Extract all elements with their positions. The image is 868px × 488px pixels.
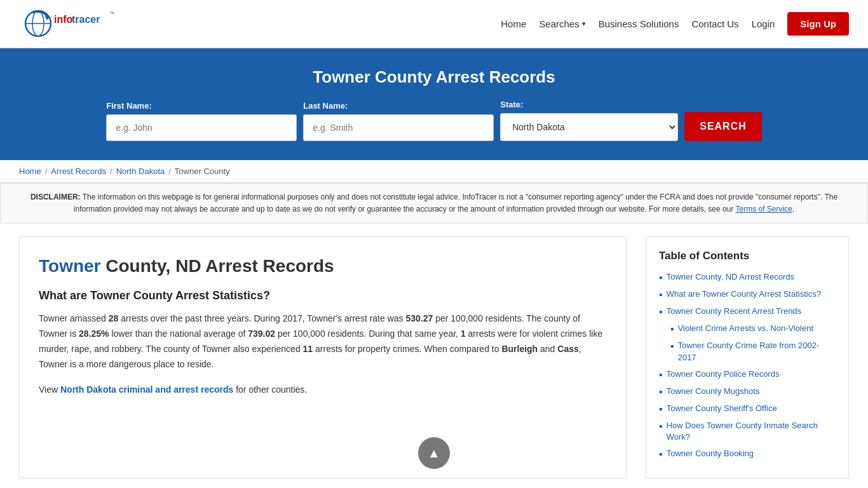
terms-of-service-link[interactable]: Terms of Service — [736, 205, 792, 214]
logo-svg: info tracer ™ — [19, 6, 121, 41]
svg-text:tracer: tracer — [72, 14, 100, 25]
toc-list-item: Towner County Crime Rate from 2002-2017 — [659, 340, 836, 363]
disclaimer-label: DISCLAIMER: — [31, 193, 81, 201]
state-select[interactable]: Alabama Alaska Arizona Arkansas Californ… — [500, 113, 678, 141]
table-of-contents: Table of Contents Towner County, ND Arre… — [646, 236, 849, 478]
toc-item-link[interactable]: Towner County Mugshots — [667, 386, 760, 397]
breadcrumb-home[interactable]: Home — [19, 166, 41, 176]
toc-list-item: Towner County Mugshots — [659, 386, 836, 398]
nav-business-solutions[interactable]: Business Solutions — [599, 18, 679, 29]
toc-item-link[interactable]: Towner County Recent Arrest Trends — [667, 306, 801, 317]
nav-login[interactable]: Login — [752, 18, 775, 29]
breadcrumb-sep3: / — [168, 166, 171, 176]
state-group: State: Alabama Alaska Arizona Arkansas C… — [500, 100, 678, 141]
nav-contact-us[interactable]: Contact Us — [691, 18, 738, 29]
site-header: info tracer ™ Home Searches ▾ Business S… — [0, 0, 868, 48]
breadcrumb-towner-county: Towner County — [175, 166, 230, 176]
breadcrumb-arrest-records[interactable]: Arrest Records — [51, 166, 106, 176]
article-section: Towner County, ND Arrest Records What ar… — [19, 236, 627, 478]
toc-item-link[interactable]: How Does Towner County Inmate Search Wor… — [667, 420, 836, 443]
svg-text:™: ™ — [109, 11, 114, 17]
toc-list-item: How Does Towner County Inmate Search Wor… — [659, 420, 836, 443]
section1-heading: What are Towner County Arrest Statistics… — [39, 289, 607, 302]
logo-area: info tracer ™ — [19, 6, 121, 41]
toc-list-item: Towner County Recent Arrest Trends — [659, 306, 836, 318]
sidebar: Table of Contents Towner County, ND Arre… — [646, 236, 849, 478]
last-name-group: Last Name: — [303, 101, 494, 141]
section1-paragraph2: View North Dakota criminal and arrest re… — [39, 383, 607, 398]
nd-records-link[interactable]: North Dakota criminal and arrest records — [60, 384, 233, 395]
svg-text:info: info — [54, 14, 73, 25]
nav-home[interactable]: Home — [501, 18, 526, 29]
toc-list-item: Towner County Sheriff's Office — [659, 403, 836, 415]
toc-list-item: Towner County, ND Arrest Records — [659, 271, 836, 283]
last-name-input[interactable] — [303, 114, 494, 141]
breadcrumb: Home / Arrest Records / North Dakota / T… — [0, 160, 868, 183]
first-name-input[interactable] — [106, 114, 297, 141]
article-title-highlight: Towner — [39, 256, 100, 276]
hero-section: Towner County Arrest Records First Name:… — [0, 48, 868, 160]
first-name-label: First Name: — [106, 101, 152, 111]
toc-list-item: Violent Crime Arrests vs. Non-Violent — [659, 323, 836, 335]
toc-heading: Table of Contents — [659, 250, 836, 262]
toc-item-link[interactable]: Violent Crime Arrests vs. Non-Violent — [678, 323, 813, 334]
article-title: Towner County, ND Arrest Records — [39, 256, 607, 276]
breadcrumb-north-dakota[interactable]: North Dakota — [116, 166, 165, 176]
chevron-down-icon: ▾ — [582, 20, 586, 28]
first-name-group: First Name: — [106, 101, 297, 141]
main-nav: Home Searches ▾ Business Solutions Conta… — [501, 12, 849, 36]
signup-button[interactable]: Sign Up — [787, 12, 849, 36]
toc-list-item: Towner County Booking — [659, 448, 836, 460]
toc-item-link[interactable]: Towner County Booking — [667, 448, 754, 459]
toc-list-item: What are Towner County Arrest Statistics… — [659, 288, 836, 301]
toc-item-link[interactable]: Towner County, ND Arrest Records — [667, 271, 794, 283]
toc-item-link[interactable]: Towner County Police Records — [667, 369, 780, 380]
toc-item-link[interactable]: Towner County Crime Rate from 2002-2017 — [678, 340, 836, 363]
hero-title: Towner County Arrest Records — [25, 67, 843, 87]
back-to-top-button[interactable]: ▲ — [418, 437, 450, 469]
nav-searches[interactable]: Searches ▾ — [539, 18, 585, 29]
state-label: State: — [500, 100, 523, 109]
article-title-rest: County, ND Arrest Records — [100, 256, 334, 276]
breadcrumb-sep1: / — [45, 166, 48, 176]
section1-paragraph1: Towner amassed 28 arrests over the past … — [39, 311, 607, 372]
breadcrumb-sep2: / — [110, 166, 112, 176]
toc-list-item: Towner County Police Records — [659, 369, 836, 381]
last-name-label: Last Name: — [303, 101, 348, 111]
search-button[interactable]: SEARCH — [684, 112, 762, 141]
search-form: First Name: Last Name: State: Alabama Al… — [25, 100, 843, 141]
toc-item-link[interactable]: Towner County Sheriff's Office — [667, 403, 777, 414]
disclaimer-text: The information on this webpage is for g… — [74, 193, 837, 214]
disclaimer-block: DISCLAIMER: The information on this webp… — [0, 183, 868, 224]
toc-list: Towner County, ND Arrest RecordsWhat are… — [659, 271, 836, 460]
toc-item-link[interactable]: What are Towner County Arrest Statistics… — [667, 288, 821, 300]
